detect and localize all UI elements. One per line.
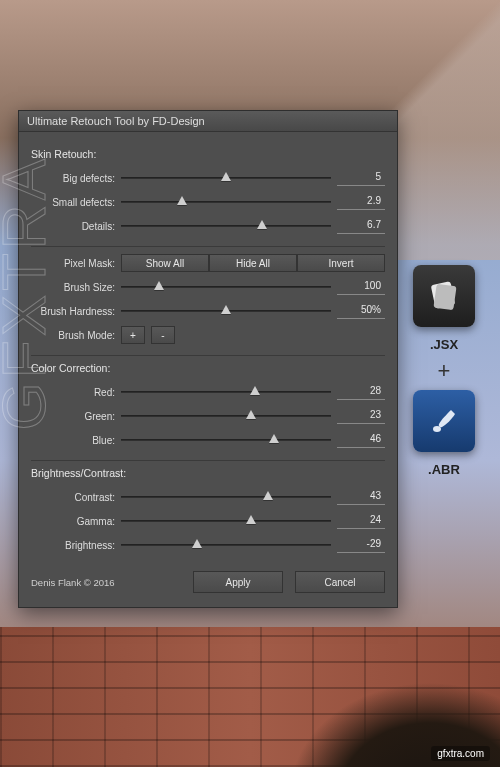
label-brush-mode: Brush Mode: [31,330,115,341]
value-blue[interactable]: 46 [337,432,385,448]
row-gamma: Gamma: 24 [31,509,385,533]
divider [31,460,385,461]
jsx-label: .JSX [430,337,458,352]
row-details: Details: 6.7 [31,214,385,238]
slider-brush-size[interactable] [121,280,331,294]
row-green: Green: 23 [31,404,385,428]
value-small-defects[interactable]: 2.9 [337,194,385,210]
apply-button[interactable]: Apply [193,571,283,593]
divider [31,355,385,356]
brush-plus-button[interactable]: + [121,326,145,344]
value-details[interactable]: 6.7 [337,218,385,234]
row-small-defects: Small defects: 2.9 [31,190,385,214]
label-brush-size: Brush Size: [31,282,115,293]
label-red: Red: [31,387,115,398]
slider-blue[interactable] [121,433,331,447]
label-brush-hardness: Brush Hardness: [31,306,115,317]
row-big-defects: Big defects: 5 [31,166,385,190]
plus-icon: + [438,360,451,382]
label-gamma: Gamma: [31,516,115,527]
brush-icon [427,404,461,438]
script-icon [427,279,461,313]
slider-small-defects[interactable] [121,195,331,209]
jsx-file-icon [413,265,475,327]
label-brightness: Brightness: [31,540,115,551]
brush-minus-button[interactable]: - [151,326,175,344]
hide-all-button[interactable]: Hide All [209,254,297,272]
copyright-text: Denis Flank © 2016 [31,577,181,588]
row-blue: Blue: 46 [31,428,385,452]
label-blue: Blue: [31,435,115,446]
slider-brush-hardness[interactable] [121,304,331,318]
retouch-dialog: Ultimate Retouch Tool by FD-Design Skin … [18,110,398,608]
site-badge: gfxtra.com [431,746,490,761]
row-brush-mode: Brush Mode: + - [31,323,385,347]
value-brush-hardness[interactable]: 50% [337,303,385,319]
show-all-button[interactable]: Show All [121,254,209,272]
dialog-titlebar[interactable]: Ultimate Retouch Tool by FD-Design [19,111,397,132]
file-icons: .JSX + .ABR [408,265,480,477]
dialog-body: Skin Retouch: Big defects: 5 Small defec… [19,132,397,607]
label-green: Green: [31,411,115,422]
value-red[interactable]: 28 [337,384,385,400]
row-brush-size: Brush Size: 100 [31,275,385,299]
slider-contrast[interactable] [121,490,331,504]
label-big-defects: Big defects: [31,173,115,184]
svg-point-2 [433,426,441,432]
value-gamma[interactable]: 24 [337,513,385,529]
abr-file-icon [413,390,475,452]
cancel-button[interactable]: Cancel [295,571,385,593]
abr-label: .ABR [428,462,460,477]
label-small-defects: Small defects: [31,197,115,208]
divider [31,246,385,247]
slider-green[interactable] [121,409,331,423]
section-header-color: Color Correction: [31,362,385,374]
dialog-footer: Denis Flank © 2016 Apply Cancel [31,571,385,593]
slider-big-defects[interactable] [121,171,331,185]
value-big-defects[interactable]: 5 [337,170,385,186]
value-brightness[interactable]: -29 [337,537,385,553]
value-contrast[interactable]: 43 [337,489,385,505]
row-contrast: Contrast: 43 [31,485,385,509]
row-red: Red: 28 [31,380,385,404]
row-brush-hardness: Brush Hardness: 50% [31,299,385,323]
slider-red[interactable] [121,385,331,399]
slider-gamma[interactable] [121,514,331,528]
section-header-skin: Skin Retouch: [31,148,385,160]
label-contrast: Contrast: [31,492,115,503]
value-green[interactable]: 23 [337,408,385,424]
section-header-bc: Brightness/Contrast: [31,467,385,479]
invert-button[interactable]: Invert [297,254,385,272]
label-details: Details: [31,221,115,232]
label-pixel-mask: Pixel Mask: [31,258,115,269]
slider-brightness[interactable] [121,538,331,552]
svg-rect-1 [433,284,456,311]
row-pixel-mask: Pixel Mask: Show All Hide All Invert [31,251,385,275]
slider-details[interactable] [121,219,331,233]
value-brush-size[interactable]: 100 [337,279,385,295]
row-brightness: Brightness: -29 [31,533,385,557]
